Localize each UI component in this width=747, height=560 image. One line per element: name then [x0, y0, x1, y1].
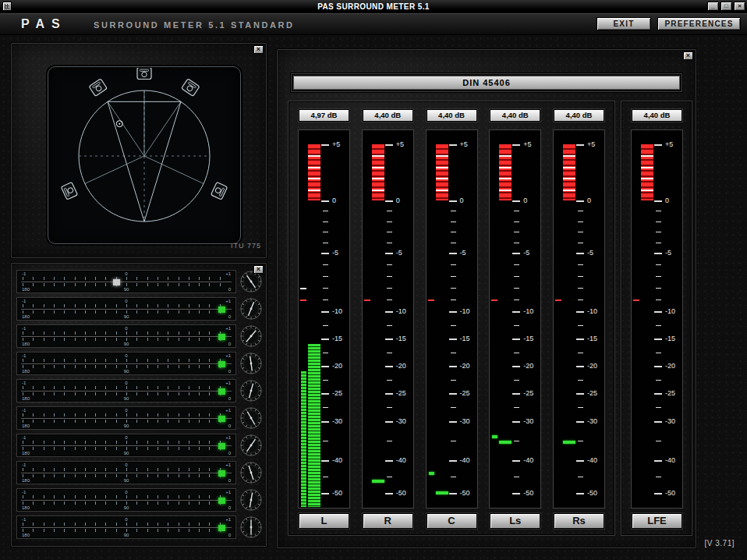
level-bar	[308, 344, 320, 507]
scale-tick-label: -25	[396, 390, 406, 397]
speaker-radial-line	[144, 101, 181, 156]
scale-tick	[514, 325, 519, 326]
scale-tick-label: -10	[665, 308, 675, 315]
scale-tick-major	[576, 253, 584, 254]
scale-label: 180	[22, 478, 30, 483]
scale-tick	[578, 222, 583, 222]
channel-button-LFE[interactable]: LFE	[632, 513, 682, 529]
scale-tick-major	[654, 338, 662, 340]
scale-tick-major	[512, 200, 520, 202]
correlation-row: -10+1180900	[16, 379, 267, 402]
scale-tick	[308, 167, 320, 168]
scale-tick-label: -30	[587, 418, 597, 425]
channel-button-L[interactable]: L	[299, 513, 349, 529]
phase-knob-icon	[240, 516, 262, 538]
scale-tick-label: -15	[460, 335, 470, 342]
scale-tick	[578, 380, 583, 381]
scale-tick-label: -30	[523, 418, 533, 425]
scale-tick-major	[385, 144, 393, 146]
channel-button-C[interactable]: C	[427, 513, 477, 529]
phase-knob[interactable]	[240, 489, 262, 511]
channel-button-Ls[interactable]: Ls	[490, 513, 540, 529]
scale-tick	[656, 288, 661, 289]
scale-tick	[451, 380, 456, 381]
scale-tick	[578, 264, 583, 265]
scale-tick	[499, 155, 512, 157]
scale-tick	[563, 155, 575, 157]
exit-button[interactable]: EXIT	[597, 17, 651, 30]
preferences-button[interactable]: PREFERENCES	[657, 17, 741, 30]
meter-panel-close-icon[interactable]: ×	[683, 51, 693, 60]
scale-tick	[436, 167, 448, 168]
scale-tick-major	[385, 366, 393, 367]
scale-tick	[641, 167, 653, 168]
scale-tick	[641, 155, 653, 157]
peak-readout: 4,40 dB	[427, 109, 477, 122]
scale-label: 0	[125, 463, 127, 467]
scale-tick	[656, 276, 661, 277]
phase-knob[interactable]	[240, 271, 262, 292]
scale-label: +1	[225, 381, 231, 385]
scale-tick-label: -10	[332, 308, 342, 315]
phase-knob[interactable]	[240, 380, 262, 402]
scale-label: 0	[228, 342, 231, 346]
phase-knob[interactable]	[240, 434, 262, 456]
channel-button-Rs[interactable]: Rs	[554, 513, 604, 529]
scale-tick-label: -15	[396, 335, 406, 342]
pan-position-marker[interactable]	[116, 121, 122, 127]
scale-tick-label: -20	[523, 363, 533, 370]
scale-tick-major	[576, 144, 584, 146]
scale-tick-major	[449, 393, 457, 395]
scale-tick	[514, 441, 519, 441]
reference-mark	[300, 299, 306, 301]
channel-button-R[interactable]: R	[363, 513, 413, 529]
meter-column-LFE: 4,40 dB+50-5-10-15-20-25-30-40-50LFE	[631, 109, 682, 529]
overload-zone	[436, 144, 448, 200]
scale-tick-major	[512, 253, 520, 254]
scale-tick	[387, 325, 392, 326]
correlation-meter: -10+1180900	[16, 488, 236, 512]
scale-label: +1	[225, 271, 231, 276]
overload-zone	[308, 144, 320, 200]
surround-panel-close-icon[interactable]: ×	[253, 45, 264, 54]
scale-tick-major	[576, 460, 584, 462]
scale-tick	[578, 407, 583, 408]
scale-ticks-bottom	[23, 529, 230, 532]
scale-tick	[323, 477, 328, 477]
maximize-button[interactable]: □	[720, 2, 732, 11]
scale-tick	[451, 325, 456, 326]
phase-knob[interactable]	[240, 298, 262, 320]
speaker-icon	[61, 182, 77, 200]
slider-track	[21, 527, 232, 528]
scale-label: 180	[22, 369, 30, 374]
meter-column-Rs: 4,40 dB+50-5-10-15-20-25-30-40-50Rs	[553, 109, 605, 529]
meter-scale: +50-5-10-15-20-25-30-40-50	[298, 129, 350, 509]
close-button[interactable]: ×	[734, 2, 745, 11]
scale-tick	[451, 243, 456, 243]
meter-scale: +50-5-10-15-20-25-30-40-50	[631, 129, 683, 509]
minimize-button[interactable]: _	[707, 2, 719, 11]
scale-ticks-bottom	[23, 365, 230, 368]
scale-tick-major	[576, 366, 584, 367]
phase-knob[interactable]	[240, 462, 262, 484]
scale-tick-label: -15	[523, 335, 533, 342]
scale-tick-label: +5	[332, 141, 340, 148]
scale-label: 0	[228, 533, 231, 537]
phase-knob[interactable]	[240, 325, 262, 347]
peak-readout: 4,40 dB	[490, 109, 540, 122]
phase-knob[interactable]	[240, 407, 262, 429]
scale-tick-major	[321, 493, 329, 494]
phase-knob-icon	[240, 434, 262, 456]
scale-label: 0	[125, 490, 127, 494]
scale-label: +1	[225, 517, 231, 522]
scale-tick	[323, 211, 328, 211]
scale-tick	[387, 380, 392, 381]
scale-tick-major	[321, 460, 329, 462]
norm-header-button[interactable]: DIN 45406	[293, 76, 680, 90]
phase-knob[interactable]	[240, 353, 262, 374]
correlation-panel-close-icon[interactable]: ×	[253, 265, 264, 274]
phase-knob-icon	[240, 271, 262, 292]
phase-knob[interactable]	[240, 516, 262, 538]
scale-label: 180	[22, 424, 30, 428]
scale-label: 0	[228, 396, 231, 401]
